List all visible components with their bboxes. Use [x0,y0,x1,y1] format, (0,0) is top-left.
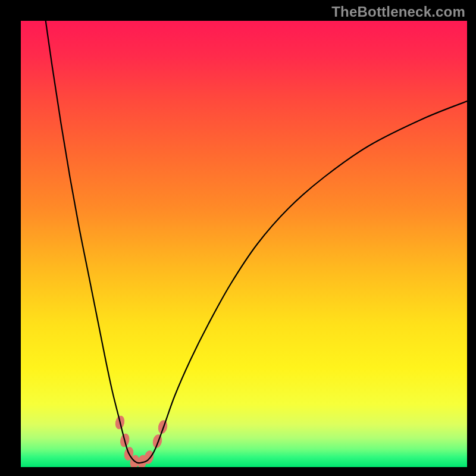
gradient-background [21,21,467,467]
gradient-svg [21,21,467,467]
watermark: TheBottleneck.com [331,4,465,20]
chart-frame: TheBottleneck.com [0,0,476,476]
plot-area [21,21,467,467]
